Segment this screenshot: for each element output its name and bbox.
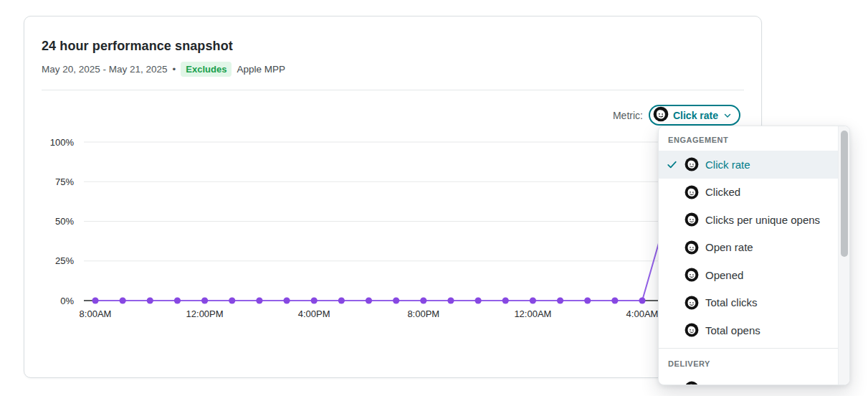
menu-item-label: Total clicks bbox=[705, 296, 758, 308]
mailchimp-freddie-icon bbox=[653, 106, 669, 122]
data-point[interactable] bbox=[120, 297, 126, 303]
svg-text:8:00PM: 8:00PM bbox=[407, 308, 439, 319]
svg-text:50%: 50% bbox=[55, 216, 74, 227]
metric-dropdown-menu-list: ENGAGEMENT Click rate Clicked Clicks per… bbox=[659, 126, 839, 385]
mailchimp-freddie-icon bbox=[685, 157, 699, 171]
menu-item-label: Opened bbox=[705, 269, 743, 281]
page: 24 hour performance snapshot May 20, 202… bbox=[0, 0, 868, 396]
menu-item-label: Total opens bbox=[705, 324, 760, 336]
data-point[interactable] bbox=[92, 297, 98, 303]
mailchimp-freddie-icon bbox=[685, 381, 699, 385]
data-point[interactable] bbox=[147, 297, 153, 303]
svg-text:0%: 0% bbox=[60, 296, 74, 306]
check-icon bbox=[666, 159, 678, 171]
data-point[interactable] bbox=[611, 297, 618, 303]
data-point[interactable] bbox=[420, 297, 426, 303]
data-point[interactable] bbox=[530, 297, 536, 303]
svg-text:4:00PM: 4:00PM bbox=[298, 308, 330, 319]
menu-section-engagement: ENGAGEMENT Click rate Clicked Clicks per… bbox=[659, 132, 839, 344]
data-point[interactable] bbox=[639, 297, 645, 303]
svg-text:12:00AM: 12:00AM bbox=[514, 308, 551, 319]
metric-dropdown-button[interactable]: Click rate bbox=[649, 105, 740, 126]
dropdown-scrollbar-thumb[interactable] bbox=[841, 131, 848, 257]
data-point[interactable] bbox=[229, 297, 235, 303]
mailchimp-freddie-icon bbox=[685, 240, 699, 255]
mailchimp-freddie-icon bbox=[685, 381, 699, 385]
mailchimp-freddie-icon bbox=[685, 212, 699, 227]
mailchimp-freddie-icon bbox=[685, 212, 699, 227]
dropdown-scrollbar-track[interactable] bbox=[838, 126, 849, 385]
svg-text:8:00AM: 8:00AM bbox=[80, 308, 112, 319]
svg-text:12:00PM: 12:00PM bbox=[186, 308, 224, 319]
mailchimp-freddie-icon bbox=[685, 185, 699, 199]
data-point[interactable] bbox=[174, 297, 181, 303]
mailchimp-freddie-icon bbox=[685, 296, 699, 310]
grid-lines bbox=[84, 142, 745, 301]
data-point[interactable] bbox=[557, 297, 563, 303]
data-point[interactable] bbox=[584, 297, 591, 303]
series-line bbox=[95, 205, 669, 301]
mailchimp-freddie-icon bbox=[685, 268, 699, 282]
data-point[interactable] bbox=[475, 297, 482, 303]
y-axis-labels: 0%25%50%75%100% bbox=[50, 137, 75, 306]
mailchimp-freddie-icon bbox=[685, 185, 699, 199]
data-point[interactable] bbox=[393, 297, 399, 303]
data-point[interactable] bbox=[502, 297, 509, 303]
metric-dropdown-value: Click rate bbox=[673, 110, 718, 121]
menu-item-total-clicks[interactable]: Total clicks bbox=[659, 289, 839, 317]
menu-section-header: ENGAGEMENT bbox=[659, 132, 839, 148]
data-point[interactable] bbox=[366, 297, 372, 303]
metric-label: Metric: bbox=[613, 110, 643, 121]
menu-item-click-rate[interactable]: Click rate bbox=[659, 151, 839, 179]
mailchimp-freddie-icon bbox=[685, 296, 699, 310]
mailchimp-freddie-icon bbox=[685, 157, 699, 171]
mailchimp-freddie-icon bbox=[653, 106, 669, 124]
menu-item-open-rate[interactable]: Open rate bbox=[659, 234, 839, 262]
chevron-down-icon bbox=[722, 110, 733, 121]
metric-dropdown-menu: ENGAGEMENT Click rate Clicked Clicks per… bbox=[658, 126, 850, 385]
menu-section-header: DELIVERY bbox=[659, 356, 839, 372]
menu-item-label: Click rate bbox=[705, 159, 750, 171]
menu-item-clicks-per-unique-opens[interactable]: Clicks per unique opens bbox=[659, 206, 839, 234]
data-point[interactable] bbox=[311, 297, 318, 303]
menu-item-clicked[interactable]: Clicked bbox=[659, 179, 839, 207]
mailchimp-freddie-icon bbox=[685, 240, 699, 255]
menu-item-partial[interactable] bbox=[659, 374, 839, 385]
menu-item-label: Clicks per unique opens bbox=[705, 214, 820, 226]
mailchimp-freddie-icon bbox=[685, 323, 699, 337]
menu-item-label: Clicked bbox=[705, 186, 740, 198]
data-points[interactable] bbox=[92, 297, 645, 303]
menu-item-total-opens[interactable]: Total opens bbox=[659, 316, 839, 344]
x-axis-labels: 8:00AM12:00PM4:00PM8:00PM12:00AM4:00AM bbox=[80, 308, 659, 319]
svg-text:100%: 100% bbox=[50, 137, 75, 148]
data-point[interactable] bbox=[201, 297, 208, 303]
metric-selector-row: Metric: Click rate bbox=[613, 105, 740, 126]
data-point[interactable] bbox=[283, 297, 290, 303]
data-point[interactable] bbox=[447, 297, 454, 303]
svg-text:4:00AM: 4:00AM bbox=[626, 308, 659, 319]
menu-item-opened[interactable]: Opened bbox=[659, 261, 839, 289]
mailchimp-freddie-icon bbox=[685, 268, 699, 282]
menu-section-delivery: DELIVERY bbox=[659, 348, 839, 385]
data-point[interactable] bbox=[256, 297, 262, 303]
data-point[interactable] bbox=[338, 297, 345, 303]
svg-text:75%: 75% bbox=[55, 176, 74, 187]
mailchimp-freddie-icon bbox=[685, 323, 699, 337]
svg-text:25%: 25% bbox=[55, 255, 74, 266]
check-icon-slot bbox=[666, 159, 685, 171]
menu-item-label: Open rate bbox=[705, 241, 753, 253]
